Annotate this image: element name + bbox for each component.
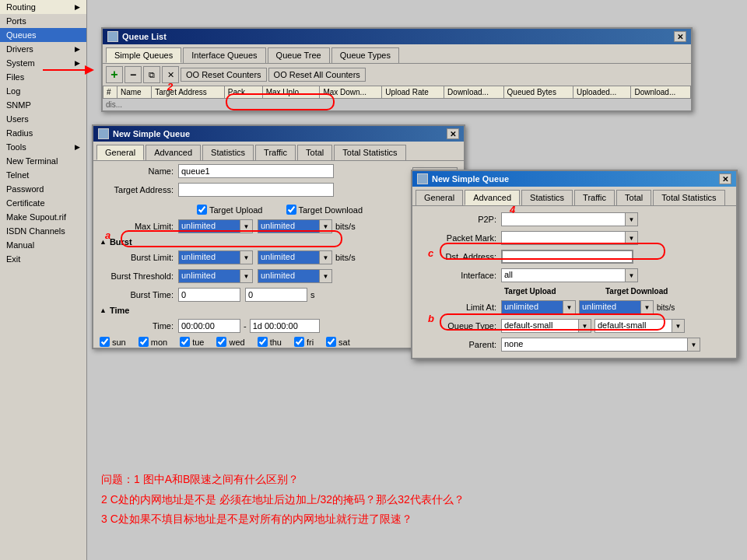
- new-queue-front-close[interactable]: ✕: [719, 173, 731, 184]
- limit-at-upload-value[interactable]: unlimited: [501, 300, 563, 314]
- limit-at-upload-arrow[interactable]: ▼: [563, 300, 576, 314]
- burst-limit-download-arrow[interactable]: ▼: [320, 250, 332, 264]
- reset-all-counters-button[interactable]: OO Reset All Counters: [268, 68, 366, 82]
- sidebar-item-exit[interactable]: Exit: [0, 252, 86, 266]
- queue-list-status: dis...: [103, 99, 691, 110]
- target-download-check[interactable]: Target Download: [286, 205, 363, 215]
- burst-time-upload-input[interactable]: [178, 288, 240, 302]
- burst-threshold-download-arrow[interactable]: ▼: [320, 269, 332, 283]
- add-button[interactable]: +: [106, 66, 123, 83]
- sidebar-item-ports[interactable]: Ports: [0, 14, 86, 28]
- max-limit-download-value[interactable]: unlimited: [258, 219, 320, 233]
- name-input[interactable]: [178, 164, 334, 178]
- queue-type-download-value[interactable]: default-small: [594, 319, 672, 333]
- packet-mark-arrow[interactable]: ▼: [626, 231, 638, 245]
- queue-list-close-button[interactable]: ✕: [674, 31, 686, 42]
- sidebar-item-terminal[interactable]: New Terminal: [0, 154, 86, 168]
- queue-list-window: Queue List ✕ Simple Queues Interface Que…: [101, 27, 693, 112]
- tab-total-statistics[interactable]: Total Statistics: [334, 145, 405, 160]
- burst-limit-upload-arrow[interactable]: ▼: [240, 250, 253, 264]
- parent-arrow[interactable]: ▼: [688, 338, 700, 352]
- tab-general[interactable]: General: [96, 145, 144, 160]
- sidebar-item-system[interactable]: System ▶: [0, 56, 86, 70]
- sidebar-item-queues[interactable]: Queues: [0, 28, 86, 42]
- packet-mark-value[interactable]: [501, 231, 626, 245]
- sidebar-item-isdn[interactable]: ISDN Channels: [0, 224, 86, 238]
- tab-total[interactable]: Total: [297, 145, 332, 160]
- tab-front-statistics[interactable]: Statistics: [521, 190, 573, 205]
- target-upload-check[interactable]: Target Upload: [197, 205, 263, 215]
- tab-queue-tree[interactable]: Queue Tree: [268, 47, 330, 63]
- queue-type-upload-value[interactable]: default-small: [501, 319, 579, 333]
- limit-at-download-arrow[interactable]: ▼: [641, 300, 654, 314]
- sidebar-item-tools[interactable]: Tools ▶: [0, 140, 86, 154]
- day-sat[interactable]: sat: [326, 337, 350, 347]
- days-row: sun mon tue wed thu fri sat: [93, 336, 406, 348]
- tab-traffic[interactable]: Traffic: [255, 145, 296, 160]
- sidebar-item-manual[interactable]: Manual: [0, 238, 86, 252]
- sidebar-item-snmp[interactable]: SNMP: [0, 98, 86, 112]
- copy-button[interactable]: ⧉: [143, 66, 160, 83]
- col-downloaded: Download...: [631, 86, 691, 99]
- tab-queue-types[interactable]: Queue Types: [331, 47, 399, 63]
- new-queue-back-close[interactable]: ✕: [447, 128, 459, 139]
- day-thu[interactable]: thu: [258, 337, 282, 347]
- tab-advanced[interactable]: Advanced: [146, 145, 201, 160]
- sidebar-item-users[interactable]: Users: [0, 112, 86, 126]
- sidebar-item-routing[interactable]: Routing ▶: [0, 0, 86, 14]
- tab-front-total-stats[interactable]: Total Statistics: [653, 190, 724, 205]
- tab-simple-queues[interactable]: Simple Queues: [106, 47, 181, 63]
- burst-threshold-upload-arrow[interactable]: ▼: [240, 269, 253, 283]
- p2p-value[interactable]: [501, 212, 626, 226]
- burst-threshold-download-value[interactable]: unlimited: [258, 269, 320, 283]
- sidebar-item-supout[interactable]: Make Supout.rif: [0, 210, 86, 224]
- tab-statistics[interactable]: Statistics: [202, 145, 254, 160]
- sidebar-item-telnet[interactable]: Telnet: [0, 168, 86, 182]
- day-tue[interactable]: tue: [180, 337, 204, 347]
- day-wed[interactable]: wed: [216, 337, 244, 347]
- p2p-arrow[interactable]: ▼: [626, 212, 638, 226]
- reset-counters-button[interactable]: OO Reset Counters: [181, 68, 267, 82]
- target-address-input[interactable]: [178, 183, 334, 197]
- day-mon[interactable]: mon: [139, 337, 167, 347]
- queue-type-row: Queue Type: default-small ▼ default-smal…: [412, 317, 736, 334]
- question-2: 2 C处的内网地址是不是 必须在地址后边加上/32的掩码？那么32代表什么？: [101, 490, 739, 509]
- time-start-input[interactable]: [178, 319, 240, 333]
- tab-front-general[interactable]: General: [416, 190, 463, 205]
- limit-at-download-value[interactable]: unlimited: [579, 300, 641, 314]
- queue-type-download-arrow[interactable]: ▼: [672, 319, 685, 333]
- burst-header: ▲ Burst: [93, 236, 406, 247]
- sidebar-item-radius[interactable]: Radius: [0, 126, 86, 140]
- time-end-input[interactable]: [250, 319, 320, 333]
- dst-address-input[interactable]: [501, 250, 633, 264]
- target-download-checkbox[interactable]: [286, 205, 296, 215]
- col-num: #: [103, 86, 117, 99]
- tab-front-total[interactable]: Total: [616, 190, 651, 205]
- day-fri[interactable]: fri: [294, 337, 314, 347]
- sidebar-item-log[interactable]: Log: [0, 84, 86, 98]
- sidebar-item-drivers[interactable]: Drivers ▶: [0, 42, 86, 56]
- burst-threshold-upload-select: unlimited ▼: [178, 269, 253, 283]
- day-sun[interactable]: sun: [100, 337, 126, 347]
- burst-threshold-upload-value[interactable]: unlimited: [178, 269, 240, 283]
- target-upload-checkbox[interactable]: [197, 205, 207, 215]
- sidebar-label-files: Files: [6, 72, 24, 82]
- max-limit-upload-value[interactable]: unlimited: [178, 219, 240, 233]
- sidebar-item-password[interactable]: Password: [0, 182, 86, 196]
- max-limit-upload-arrow[interactable]: ▼: [240, 219, 253, 233]
- burst-limit-download-value[interactable]: unlimited: [258, 250, 320, 264]
- queue-type-upload-arrow[interactable]: ▼: [579, 319, 591, 333]
- burst-time-download-input[interactable]: [245, 288, 307, 302]
- interface-value[interactable]: all: [501, 268, 626, 282]
- burst-limit-upload-value[interactable]: unlimited: [178, 250, 240, 264]
- sidebar-item-files[interactable]: Files: [0, 70, 86, 84]
- name-row: Name:: [93, 163, 406, 180]
- tab-interface-queues[interactable]: Interface Queues: [183, 47, 265, 63]
- tab-front-traffic[interactable]: Traffic: [574, 190, 615, 205]
- max-limit-download-arrow[interactable]: ▼: [320, 219, 332, 233]
- interface-arrow[interactable]: ▼: [626, 268, 638, 282]
- sidebar-item-certificate[interactable]: Certificate: [0, 196, 86, 210]
- tab-front-advanced[interactable]: Advanced: [465, 190, 520, 205]
- minus-button[interactable]: −: [124, 66, 142, 83]
- parent-value[interactable]: none: [501, 338, 688, 352]
